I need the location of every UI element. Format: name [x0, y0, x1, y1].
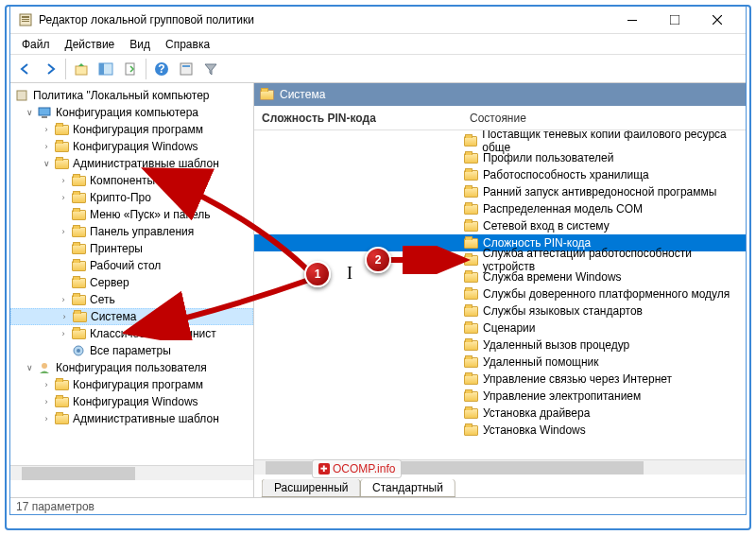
expand-icon[interactable]: ›: [41, 413, 52, 424]
list-item[interactable]: Распределенная модель COM: [254, 200, 746, 217]
list-item-label: Профили пользователей: [483, 151, 613, 164]
list-item-label: Службы языковых стандартов: [483, 304, 643, 318]
folder-icon: [464, 255, 478, 266]
list-item[interactable]: Работоспособность хранилища: [254, 166, 746, 183]
list-item-label: Ранний запуск антивредоносной программы: [483, 185, 716, 198]
watermark: OCOMP.info: [312, 459, 402, 478]
list-item-label: Сетевой вход в систему: [483, 219, 610, 233]
list-item-label: Службы доверенного платформенного модуля: [483, 287, 730, 301]
collapse-icon[interactable]: ∨: [41, 158, 52, 169]
list-item[interactable]: Установка драйвера: [254, 405, 746, 422]
svg-rect-1: [22, 16, 29, 18]
export-button[interactable]: [119, 58, 142, 80]
tree-windows-config[interactable]: ›Конфигурация Windows: [10, 138, 253, 155]
list-item[interactable]: Управление связью через Интернет: [254, 371, 746, 388]
column-headers: Сложность PIN-кода Состояние: [254, 106, 746, 130]
expand-icon[interactable]: ›: [58, 192, 69, 203]
menubar: Файл Действие Вид Справка: [10, 34, 746, 55]
tree-root[interactable]: Политика "Локальный компьютер: [10, 87, 253, 104]
tree-desktop[interactable]: Рабочий стол: [10, 257, 253, 274]
computer-icon: [37, 106, 52, 119]
up-button[interactable]: [70, 58, 93, 80]
folder-icon: [464, 391, 478, 402]
filter-button[interactable]: [199, 58, 222, 80]
svg-rect-5: [670, 15, 679, 25]
tree-software[interactable]: ›Конфигурация программ: [10, 121, 253, 138]
menu-action[interactable]: Действие: [58, 35, 123, 54]
tree-classic-admin[interactable]: ›Классические админист: [10, 325, 253, 342]
expand-icon[interactable]: ›: [58, 226, 69, 237]
tree-system[interactable]: ›Система: [10, 308, 253, 325]
folder-icon: [464, 170, 478, 181]
svg-point-19: [42, 363, 47, 369]
list-item-label: Работоспособность хранилища: [483, 168, 649, 181]
back-button[interactable]: [14, 58, 37, 80]
header-state[interactable]: Состояние: [462, 108, 534, 129]
collapse-icon[interactable]: ∨: [24, 107, 35, 118]
list-item-label: Служба времени Windows: [483, 270, 622, 284]
path-bar: Система: [254, 83, 746, 106]
tree-admin-templates[interactable]: ∨Административные шаблон: [10, 155, 253, 172]
minimize-button[interactable]: [610, 7, 653, 33]
folder-icon: [260, 90, 274, 100]
close-button[interactable]: [696, 7, 738, 33]
tree-printers[interactable]: Принтеры: [10, 240, 253, 257]
menu-help[interactable]: Справка: [158, 35, 217, 54]
tree-start-menu[interactable]: Меню «Пуск» и панель: [10, 206, 253, 223]
tree-all-params[interactable]: Все параметры: [10, 342, 253, 359]
help-button[interactable]: ?: [150, 58, 173, 80]
list-item-label: Установка Windows: [483, 423, 586, 437]
policy-icon: [14, 89, 29, 102]
tree-user-windows[interactable]: ›Конфигурация Windows: [10, 393, 253, 410]
tree-server[interactable]: Сервер: [10, 274, 253, 291]
expand-icon[interactable]: ›: [58, 294, 69, 305]
expand-icon[interactable]: ›: [59, 311, 70, 322]
tree-crypto[interactable]: ›Крипто-Про: [10, 189, 253, 206]
expand-icon[interactable]: ›: [41, 379, 52, 390]
show-hide-button[interactable]: [94, 58, 117, 80]
menu-view[interactable]: Вид: [122, 35, 158, 54]
statusbar: 17 параметров: [10, 497, 746, 514]
collapse-icon[interactable]: ∨: [24, 362, 35, 373]
list-item-label: Распределенная модель COM: [483, 202, 643, 216]
tree-win-components[interactable]: ›Компоненты Windows: [10, 172, 253, 189]
properties-button[interactable]: [175, 58, 198, 80]
expand-icon[interactable]: ›: [58, 328, 69, 339]
titlebar: Редактор локальной групповой политики: [10, 6, 746, 34]
folder-icon: [464, 289, 478, 300]
tab-standard[interactable]: Стандартный: [360, 479, 455, 497]
expand-icon[interactable]: ›: [41, 124, 52, 135]
list-item[interactable]: Управление электропитанием: [254, 388, 746, 405]
folder-icon: [464, 357, 478, 368]
tree-computer-config[interactable]: ∨Конфигурация компьютера: [10, 104, 253, 121]
svg-rect-8: [99, 63, 104, 75]
expand-icon[interactable]: ›: [41, 141, 52, 152]
settings-icon: [71, 344, 86, 357]
list-item[interactable]: Поставщик теневых копий файлового ресурс…: [254, 132, 746, 149]
list-item[interactable]: Установка Windows: [254, 422, 746, 439]
list-item[interactable]: Удаленный вызов процедур: [254, 337, 746, 354]
expand-icon[interactable]: ›: [41, 396, 52, 407]
tree-user-software[interactable]: ›Конфигурация программ: [10, 376, 253, 393]
tab-extended[interactable]: Расширенный: [262, 479, 361, 497]
list-item[interactable]: Служба аттестации работоспособности устр…: [254, 251, 746, 268]
list-item[interactable]: Удаленный помощник: [254, 354, 746, 371]
list-item[interactable]: Сценарии: [254, 319, 746, 337]
tree-user-config[interactable]: ∨Конфигурация пользователя: [10, 359, 253, 376]
expand-icon[interactable]: ›: [58, 175, 69, 186]
maximize-button[interactable]: [653, 7, 696, 33]
tree-control-panel[interactable]: ›Панель управления: [10, 223, 253, 240]
header-name[interactable]: Сложность PIN-кода: [254, 108, 462, 129]
menu-file[interactable]: Файл: [14, 35, 58, 54]
forward-button[interactable]: [39, 58, 61, 80]
folder-icon: [464, 323, 478, 334]
list-item[interactable]: Сетевой вход в систему: [254, 217, 746, 234]
tree-user-admin[interactable]: ›Административные шаблон: [10, 410, 253, 427]
tree-network[interactable]: ›Сеть: [10, 291, 253, 308]
folder-icon: [464, 306, 478, 317]
tree-scrollbar[interactable]: [10, 465, 253, 480]
list-item[interactable]: Службы языковых стандартов: [254, 302, 746, 319]
list-item[interactable]: Ранний запуск антивредоносной программы: [254, 183, 746, 200]
app-icon: [18, 12, 33, 27]
list-item[interactable]: Службы доверенного платформенного модуля: [254, 285, 746, 302]
